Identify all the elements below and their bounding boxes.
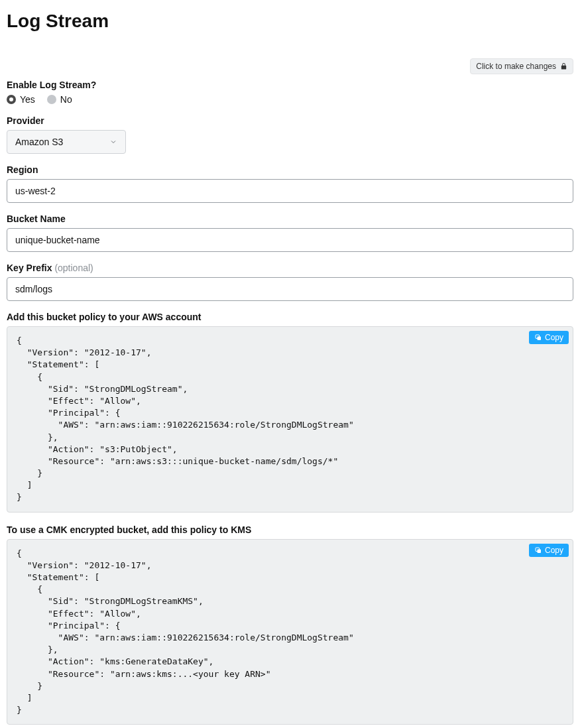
lock-icon [560, 62, 567, 70]
radio-yes-label: Yes [20, 94, 35, 105]
radio-yes[interactable]: Yes [7, 94, 35, 105]
kms-policy-label: To use a CMK encrypted bucket, add this … [7, 524, 573, 535]
copy-label-1: Copy [545, 333, 563, 342]
chevron-down-icon [109, 138, 117, 146]
lock-pill-label: Click to make changes [476, 62, 556, 71]
bucket-policy-label: Add this bucket policy to your AWS accou… [7, 312, 573, 322]
provider-select[interactable]: Amazon S3 [7, 130, 126, 154]
region-label: Region [7, 164, 573, 175]
key-prefix-label: Key Prefix (optional) [7, 263, 573, 273]
enable-radio-group: Yes No [7, 94, 573, 105]
copy-button-policy1[interactable]: Copy [529, 331, 569, 344]
copy-icon [534, 334, 542, 341]
region-input[interactable] [7, 179, 573, 203]
radio-no[interactable]: No [47, 94, 72, 105]
kms-policy-code: { "Version": "2012-10-17", "Statement": … [17, 548, 563, 717]
enable-label: Enable Log Stream? [7, 80, 573, 90]
unlock-pill[interactable]: Click to make changes [470, 58, 573, 74]
copy-label-2: Copy [545, 546, 563, 555]
radio-dot-selected [7, 95, 16, 104]
kms-policy-block: Copy { "Version": "2012-10-17", "Stateme… [7, 539, 573, 725]
key-prefix-optional: (optional) [54, 263, 93, 273]
bucket-policy-block: Copy { "Version": "2012-10-17", "Stateme… [7, 326, 573, 513]
page-title: Log Stream [7, 11, 573, 32]
radio-dot-unselected [47, 95, 56, 104]
copy-icon [534, 546, 542, 554]
key-prefix-input[interactable] [7, 277, 573, 301]
provider-value: Amazon S3 [15, 137, 63, 147]
provider-label: Provider [7, 115, 573, 126]
radio-no-label: No [60, 94, 72, 105]
bucket-name-label: Bucket Name [7, 213, 573, 224]
copy-button-policy2[interactable]: Copy [529, 544, 569, 557]
bucket-name-input[interactable] [7, 228, 573, 252]
key-prefix-label-text: Key Prefix [7, 263, 52, 273]
bucket-policy-code: { "Version": "2012-10-17", "Statement": … [17, 335, 563, 504]
